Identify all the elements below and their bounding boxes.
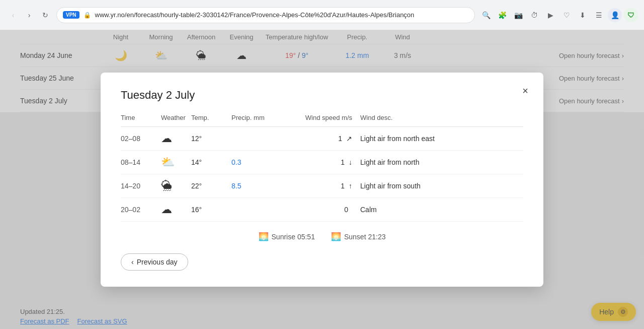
extensions-button[interactable]: 🧩 <box>495 8 509 22</box>
sun-info: 🌅 Sunrise 05:51 🌅 Sunset 21:23 <box>121 222 523 253</box>
temp-cell: 16° <box>191 198 231 222</box>
vpn-badge: VPN <box>63 11 79 19</box>
wind-speed-cell: 0 <box>292 198 352 222</box>
close-button[interactable]: × <box>517 83 533 99</box>
weather-icon-cell: ☁ <box>161 198 191 222</box>
col-header-precip: Precip. mm <box>231 114 292 127</box>
lock-icon: 🔒 <box>84 12 91 19</box>
wind-speed-cell: 1 ↓ <box>292 151 352 174</box>
previous-day-button[interactable]: ‹ Previous day <box>121 253 188 271</box>
weather-icon-cell: ☁ <box>161 127 191 151</box>
browser-chrome: ‹ › ↻ VPN 🔒 www.yr.no/en/forecast/hourly… <box>0 0 644 30</box>
wind-desc-cell: Light air from south <box>352 174 523 198</box>
precip-cell: 0.3 <box>231 151 292 174</box>
chevron-left-icon: ‹ <box>131 258 134 266</box>
time-cell: 08–14 <box>121 151 161 174</box>
back-button[interactable]: ‹ <box>6 8 20 22</box>
sunrise-text: Sunrise 05:51 <box>272 233 315 241</box>
sunset-icon: 🌅 <box>331 232 341 241</box>
table-row: 02–08 ☁ 12° 1 ↗ Light air from north eas… <box>121 127 523 151</box>
modal-navigation: ‹ Previous day <box>121 253 523 271</box>
heart-button[interactable]: ♡ <box>559 8 574 22</box>
address-bar[interactable]: VPN 🔒 www.yr.no/en/forecast/hourly-table… <box>56 7 475 23</box>
wind-direction-icon: ↗ <box>346 135 352 143</box>
menu-button[interactable]: ☰ <box>592 8 606 22</box>
weather-icon-cell: 🌦 <box>161 174 191 198</box>
wind-desc-cell: Light air from north <box>352 151 523 174</box>
precip-cell: 8.5 <box>231 174 292 198</box>
play-button[interactable]: ▶ <box>543 8 557 22</box>
wind-desc-cell: Calm <box>352 198 523 222</box>
sunset-item: 🌅 Sunset 21:23 <box>331 232 386 241</box>
browser-actions: 🔍 🧩 📷 ⏱ ▶ ♡ ⬇ ☰ 👤 🛡 <box>479 8 638 22</box>
col-header-weather: Weather <box>161 114 191 127</box>
shield-extension-button[interactable]: 🛡 <box>624 8 638 22</box>
page-content: Night Morning Afternoon Evening Temperat… <box>0 30 644 329</box>
precip-cell <box>231 127 292 151</box>
temp-cell: 14° <box>191 151 231 174</box>
wind-speed-cell: 1 ↑ <box>292 174 352 198</box>
wind-direction-icon: ↓ <box>349 158 352 166</box>
download-button[interactable]: ⬇ <box>576 8 590 22</box>
temp-cell: 22° <box>191 174 231 198</box>
weather-icon-cell: ⛅ <box>161 151 191 174</box>
temp-cell: 12° <box>191 127 231 151</box>
forward-button[interactable]: › <box>22 8 36 22</box>
hourly-forecast-modal: Tuesday 2 July × Time Weather Temp. Prec… <box>101 73 543 287</box>
table-header-row: Time Weather Temp. Precip. mm Wind speed… <box>121 114 523 127</box>
nav-buttons: ‹ › ↻ <box>6 8 52 22</box>
modal-overlay: Tuesday 2 July × Time Weather Temp. Prec… <box>0 30 644 329</box>
hourly-table: Time Weather Temp. Precip. mm Wind speed… <box>121 114 523 222</box>
reload-button[interactable]: ↻ <box>38 8 52 22</box>
sunset-text: Sunset 21:23 <box>344 233 386 241</box>
sunrise-icon: 🌅 <box>259 232 269 241</box>
table-row: 14–20 🌦 22° 8.5 1 ↑ Light air from south <box>121 174 523 198</box>
time-cell: 02–08 <box>121 127 161 151</box>
previous-day-label: Previous day <box>137 258 178 266</box>
profile-button[interactable]: 👤 <box>608 8 622 22</box>
col-header-temp: Temp. <box>191 114 231 127</box>
wind-direction-icon: ↑ <box>349 182 352 190</box>
table-row: 08–14 ⛅ 14° 0.3 1 ↓ Light air from north <box>121 151 523 174</box>
url-text: www.yr.no/en/forecast/hourly-table/2-303… <box>95 11 468 19</box>
table-row: 20–02 ☁ 16° 0 Calm <box>121 198 523 222</box>
time-cell: 20–02 <box>121 198 161 222</box>
col-header-time: Time <box>121 114 161 127</box>
col-header-wind-speed: Wind speed m/s <box>292 114 352 127</box>
wind-speed-cell: 1 ↗ <box>292 127 352 151</box>
screenshot-button[interactable]: 📷 <box>511 8 525 22</box>
time-cell: 14–20 <box>121 174 161 198</box>
sunrise-item: 🌅 Sunrise 05:51 <box>259 232 315 241</box>
col-header-wind-desc: Wind desc. <box>352 114 523 127</box>
search-button[interactable]: 🔍 <box>479 8 493 22</box>
timer-button[interactable]: ⏱ <box>527 8 541 22</box>
modal-title: Tuesday 2 July <box>121 89 523 102</box>
wind-desc-cell: Light air from north east <box>352 127 523 151</box>
precip-cell <box>231 198 292 222</box>
